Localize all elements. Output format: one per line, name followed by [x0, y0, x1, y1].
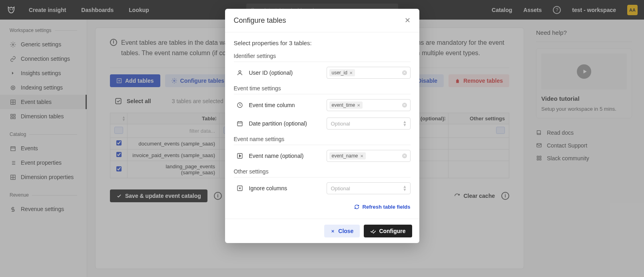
field-event-name: Event name (optional) event_name✕ ✕: [234, 150, 411, 162]
clear-icon[interactable]: ✕: [402, 103, 407, 108]
modal-title: Configure tables: [234, 16, 286, 25]
user-id-select[interactable]: user_id✕ ✕: [327, 67, 411, 79]
section-name: Event name settings: [234, 136, 411, 145]
check-all-icon: [370, 228, 376, 234]
modal-lead: Select properties for 3 tables:: [234, 40, 411, 46]
placeholder: Optional: [331, 121, 350, 127]
clock-icon: [236, 102, 243, 109]
placeholder: Optional: [331, 185, 350, 191]
field-label: User ID (optional): [249, 70, 321, 76]
close-icon[interactable]: ✕: [405, 16, 411, 25]
field-event-time: Event time column event_time✕ ✕: [234, 99, 411, 111]
tag-event-name: event_name✕: [329, 152, 366, 159]
event-name-select[interactable]: event_name✕ ✕: [327, 150, 411, 162]
x-square-icon: [236, 185, 243, 192]
link-label: Refresh table fields: [363, 204, 411, 210]
calendar-icon: [236, 120, 243, 127]
chevron-updown-icon: ▲▼: [403, 120, 407, 127]
field-label: Event time column: [249, 102, 321, 108]
tag-label: user_id: [332, 70, 347, 76]
tag-remove-icon[interactable]: ✕: [349, 71, 353, 75]
configure-modal: Configure tables ✕ Select properties for…: [225, 9, 419, 243]
clear-icon[interactable]: ✕: [402, 70, 407, 75]
close-button[interactable]: Close: [324, 225, 360, 237]
chevron-updown-icon: ▲▼: [403, 185, 407, 191]
tag-remove-icon[interactable]: ✕: [360, 154, 363, 158]
tag-user-id: user_id✕: [329, 69, 355, 76]
field-label: Date partition (optional): [249, 120, 321, 127]
tag-event-time: event_time✕: [329, 102, 363, 109]
field-label: Ignore columns: [249, 185, 321, 191]
modal-body: Select properties for 3 tables: Identifi…: [225, 32, 419, 219]
event-time-select[interactable]: event_time✕ ✕: [327, 99, 411, 111]
tag-remove-icon[interactable]: ✕: [357, 103, 360, 108]
section-identifier: Identifier settings: [234, 53, 411, 62]
close-icon: [331, 229, 335, 233]
field-ignore-columns: Ignore columns Optional ▲▼: [234, 182, 411, 194]
field-date-partition: Date partition (optional) Optional ▲▼: [234, 118, 411, 130]
refresh-fields-link[interactable]: Refresh table fields: [234, 201, 411, 211]
person-icon: [236, 69, 243, 76]
configure-button[interactable]: Configure: [364, 225, 412, 237]
tag-label: event_time: [332, 102, 355, 108]
date-partition-select[interactable]: Optional ▲▼: [327, 118, 411, 130]
field-user-id: User ID (optional) user_id✕ ✕: [234, 67, 411, 79]
section-time: Event time settings: [234, 85, 411, 94]
svg-point-20: [239, 71, 241, 73]
button-label: Configure: [379, 228, 405, 234]
modal-overlay[interactable]: Configure tables ✕ Select properties for…: [0, 0, 644, 277]
tag-label: event_name: [332, 153, 358, 159]
modal-header: Configure tables ✕: [225, 9, 419, 32]
modal-footer: Close Configure: [225, 219, 419, 243]
section-other: Other settings: [234, 168, 411, 177]
clear-icon[interactable]: ✕: [402, 153, 407, 158]
refresh-icon: [354, 204, 359, 209]
svg-rect-22: [237, 122, 242, 126]
button-label: Close: [338, 228, 353, 234]
field-label: Event name (optional): [249, 153, 321, 159]
ignore-columns-select[interactable]: Optional ▲▼: [327, 182, 411, 194]
play-square-icon: [236, 152, 243, 159]
